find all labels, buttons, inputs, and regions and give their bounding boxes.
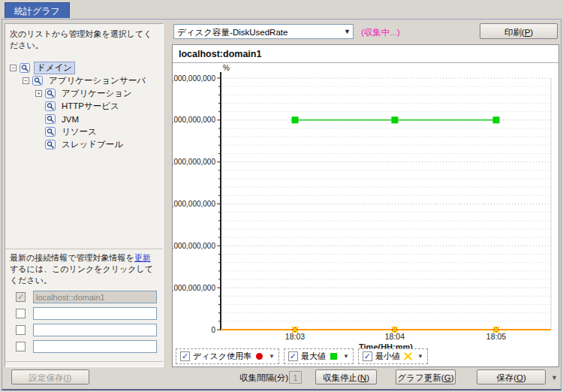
- sidebar-connection-section: 最新の接続情報で管理対象情報を更新するには、このリンクをクリックしてください。 …: [5, 249, 163, 362]
- chart-title: localhost:domain1: [173, 45, 558, 63]
- connection-row-1: [16, 307, 157, 320]
- svg-text:20,000,000,000: 20,000,000,000: [173, 242, 215, 250]
- legend-style-dropdown-icon[interactable]: ▼: [269, 353, 275, 360]
- tab-statistics-graph[interactable]: 統計グラフ: [5, 2, 70, 18]
- collapse-icon[interactable]: −: [10, 65, 17, 71]
- toolbar: ディスク容量-DiskUsedRate ▼ (収集中...) 印刷(P): [172, 23, 559, 43]
- expander-spacer: [35, 116, 42, 122]
- connection-checkbox[interactable]: [16, 309, 26, 318]
- tab-bar: 統計グラフ: [0, 0, 563, 20]
- svg-text:40,000,000,000: 40,000,000,000: [173, 158, 215, 166]
- tree-node-3[interactable]: HTTPサービス: [5, 100, 163, 113]
- connection-row-3: [16, 340, 157, 353]
- connection-name-input[interactable]: [33, 324, 157, 336]
- legend-item-0: ✓ディスク使用率▼: [176, 348, 279, 364]
- legend-series-label: 最小値: [375, 351, 400, 362]
- connection-checkbox[interactable]: ✓: [16, 292, 26, 302]
- sidebar-instruction: 次のリストから管理対象を選択してください。: [5, 24, 163, 54]
- monitor-object-icon: [20, 63, 31, 73]
- connection-name-input[interactable]: [33, 340, 157, 353]
- chart-card: localhost:domain1 010,000,000,00020,000,…: [172, 44, 559, 367]
- stop-collection-button[interactable]: 収集停止(N): [315, 369, 377, 384]
- sidebar: 次のリストから管理対象を選択してください。 −ドメイン−アプリケーションサーバ+…: [5, 23, 164, 367]
- interval-input[interactable]: [289, 371, 302, 384]
- tree-node-label[interactable]: JVM: [59, 115, 81, 124]
- statistics-chart: 010,000,000,00020,000,000,00030,000,000,…: [173, 65, 558, 351]
- expander-spacer: [35, 103, 42, 110]
- connection-checkbox[interactable]: [16, 325, 26, 335]
- settings-save-button[interactable]: 設定保存(I): [11, 369, 89, 384]
- legend-series-checkbox[interactable]: ✓: [363, 351, 372, 361]
- svg-text:%: %: [223, 65, 230, 72]
- graph-refresh-button[interactable]: グラフ更新(G): [396, 369, 456, 384]
- chart-legend: ✓ディスク使用率▼✓最大値▼✓最小値▼: [176, 348, 428, 364]
- connection-row-2: [16, 324, 157, 336]
- collecting-status: (収集中...): [361, 27, 400, 38]
- metric-select[interactable]: ディスク容量-DiskUsedRate ▼: [173, 24, 354, 39]
- target-tree: −ドメイン−アプリケーションサーバ+アプリケーションHTTPサービスJVMリソー…: [5, 62, 163, 151]
- square-marker-icon: [329, 351, 339, 361]
- svg-text:30,000,000,000: 30,000,000,000: [173, 200, 215, 208]
- svg-text:50,000,000,000: 50,000,000,000: [173, 116, 215, 124]
- tree-node-2[interactable]: +アプリケーション: [5, 87, 163, 100]
- update-note-pre: 最新の接続情報で管理対象情報を: [10, 253, 134, 262]
- connection-name-input[interactable]: [33, 291, 157, 303]
- tree-node-label[interactable]: スレッドプール: [59, 139, 125, 150]
- update-note-post: するには、このリンクをクリックしてください。: [10, 264, 153, 285]
- svg-text:18:05: 18:05: [486, 332, 506, 341]
- collapse-icon[interactable]: −: [23, 77, 29, 84]
- connection-checkbox[interactable]: [16, 342, 26, 351]
- monitor-object-icon: [45, 114, 56, 124]
- connection-name-input[interactable]: [33, 307, 157, 320]
- interval-label: 収集間隔(分): [239, 372, 288, 384]
- metric-select-value: ディスク容量-DiskUsedRate: [177, 28, 288, 37]
- save-button[interactable]: 保存(O): [477, 369, 546, 384]
- tree-node-4[interactable]: JVM: [5, 113, 163, 125]
- tree-node-label[interactable]: HTTPサービス: [59, 101, 122, 112]
- monitor-object-icon: [45, 140, 56, 149]
- monitor-object-icon: [45, 89, 56, 98]
- legend-series-checkbox[interactable]: ✓: [180, 351, 190, 361]
- footer-bar: 設定保存(I) 収集間隔(分) 収集停止(N) グラフ更新(G) 保存(O) ▼: [2, 368, 561, 387]
- chevron-down-icon: ▼: [344, 28, 351, 35]
- expander-spacer: [35, 141, 42, 148]
- expander-spacer: [35, 128, 42, 135]
- app-frame: 次のリストから管理対象を選択してください。 −ドメイン−アプリケーションサーバ+…: [2, 19, 561, 390]
- tree-node-1[interactable]: −アプリケーションサーバ: [5, 74, 163, 87]
- update-link[interactable]: 更新: [134, 253, 151, 262]
- legend-item-2: ✓最小値▼: [358, 348, 428, 364]
- legend-style-dropdown-icon[interactable]: ▼: [343, 353, 349, 360]
- svg-text:18:03: 18:03: [285, 332, 305, 341]
- svg-text:0: 0: [211, 326, 215, 334]
- svg-text:10,000,000,000: 10,000,000,000: [173, 284, 215, 292]
- tree-node-6[interactable]: スレッドプール: [5, 138, 163, 151]
- circle-marker-icon: [254, 351, 264, 361]
- print-button[interactable]: 印刷(P): [480, 23, 558, 39]
- connection-row-0: ✓: [16, 291, 157, 303]
- expand-icon[interactable]: +: [35, 90, 42, 97]
- svg-text:60,000,000,000: 60,000,000,000: [173, 74, 215, 83]
- connection-list: ✓: [5, 291, 163, 362]
- tree-node-label[interactable]: アプリケーション: [59, 88, 134, 99]
- save-menu-arrow-icon[interactable]: ▼: [551, 374, 558, 381]
- tree-node-label[interactable]: ドメイン: [34, 62, 75, 74]
- x-marker-icon: [403, 351, 413, 361]
- tree-node-5[interactable]: リソース: [5, 125, 163, 138]
- legend-series-label: 最大値: [301, 351, 326, 362]
- legend-style-dropdown-icon[interactable]: ▼: [417, 353, 423, 360]
- tree-node-label[interactable]: アプリケーションサーバ: [47, 75, 148, 86]
- legend-series-checkbox[interactable]: ✓: [288, 351, 298, 361]
- main-panel: ディスク容量-DiskUsedRate ▼ (収集中...) 印刷(P) loc…: [172, 23, 559, 367]
- monitor-object-icon: [45, 101, 56, 111]
- monitor-object-icon: [32, 76, 44, 86]
- legend-series-label: ディスク使用率: [193, 351, 251, 362]
- update-note: 最新の接続情報で管理対象情報を更新するには、このリンクをクリックしてください。: [5, 252, 163, 291]
- svg-text:18:04: 18:04: [385, 332, 405, 341]
- legend-item-1: ✓最大値▼: [284, 348, 354, 364]
- monitor-object-icon: [45, 127, 56, 137]
- tree-node-0[interactable]: −ドメイン: [5, 62, 163, 74]
- tree-node-label[interactable]: リソース: [59, 126, 99, 137]
